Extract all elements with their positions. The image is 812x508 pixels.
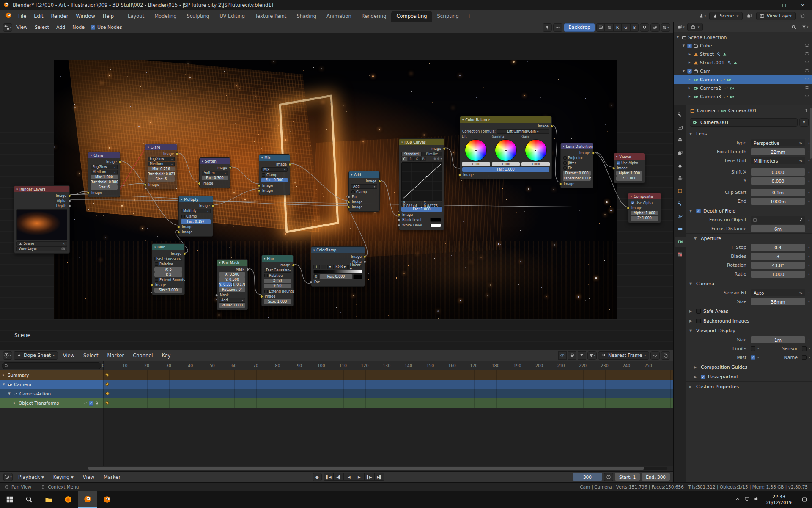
size-slider[interactable]: 1m: [751, 336, 805, 343]
node-header-viewer[interactable]: ▾Viewer: [614, 153, 645, 160]
ramp-color-mode[interactable]: RGB ▾: [333, 265, 347, 269]
collapse-icon[interactable]: ▾: [462, 118, 464, 121]
channel-include-checkbox[interactable]: ✓: [89, 401, 93, 406]
alpha-socket[interactable]: [68, 199, 71, 202]
expand-icon[interactable]: ▼: [681, 44, 686, 47]
stop-index-field[interactable]: 0: [313, 274, 319, 279]
panel-viewport-display[interactable]: ▼Viewport Display: [686, 326, 812, 335]
image-socket[interactable]: [258, 184, 261, 187]
copy-keyframes-button[interactable]: [661, 351, 670, 360]
node-slider[interactable]: Fac: 0.500: [261, 178, 288, 182]
expand-icon[interactable]: ▶: [2, 373, 6, 377]
backdrop-button[interactable]: Backdrop: [564, 23, 595, 32]
taskbar-file-explorer[interactable]: [39, 491, 58, 508]
node-slider[interactable]: Rotation: 0°: [219, 287, 245, 292]
dope-menu-view[interactable]: View: [59, 351, 78, 360]
collapse-icon[interactable]: ▾: [401, 141, 403, 144]
scene-picker[interactable]: Scene✕: [16, 241, 67, 246]
node-checkbox[interactable]: [181, 215, 185, 218]
panel-depth-of-field[interactable]: ▼✓Depth of Field: [686, 206, 812, 215]
ratio-slider[interactable]: 1.000: [751, 271, 805, 278]
collapse-icon[interactable]: ▾: [202, 160, 203, 163]
image-socket[interactable]: [612, 167, 615, 170]
image-socket[interactable]: [177, 231, 180, 234]
node-checkbox[interactable]: [563, 161, 567, 165]
color-wheel-gamma[interactable]: [495, 139, 517, 161]
use-preview-range-toggle[interactable]: [604, 473, 613, 481]
node-multiply[interactable]: ▾MultiplyImageMultiply▾ClampFac: 0.197Im…: [178, 196, 213, 237]
node-header-soften[interactable]: ▾Soften: [200, 158, 230, 164]
panel-aperture[interactable]: ▼Aperture: [686, 233, 812, 243]
editor-type-button[interactable]: ▾: [3, 23, 12, 32]
node-slider[interactable]: Fac: 0.300: [202, 176, 228, 180]
size-slider[interactable]: 36mm: [751, 298, 805, 305]
animate-dot-icon[interactable]: •: [806, 291, 812, 295]
node-header-glare-2[interactable]: ▾Glare: [145, 144, 177, 150]
taskbar-firefox[interactable]: [58, 491, 78, 508]
node-header-blur-2[interactable]: ▾Blur: [262, 255, 293, 262]
channel-r-button[interactable]: R: [408, 157, 414, 161]
node-slider[interactable]: H: 0.178: [233, 282, 245, 287]
node-color-ramp[interactable]: ▾ColorRampImageAlpha+−▾RGB ▾Linear ▾0Pos…: [311, 246, 365, 287]
dope-mode-selector[interactable]: Dope Sheet▾: [14, 351, 58, 360]
playbar-menu-view[interactable]: View: [79, 473, 98, 481]
node-dropdown[interactable]: Medium▾: [91, 170, 118, 174]
transport-play[interactable]: ▶: [354, 473, 364, 481]
node-slider[interactable]: Value: 1.000: [219, 303, 245, 308]
expand-icon[interactable]: ▼: [2, 383, 6, 386]
node-header-render-layers[interactable]: ▾Render Layers: [14, 186, 69, 192]
node-blur-2[interactable]: ▾BlurImageFast Gaussian▾RelativeX: 50Y: …: [261, 255, 294, 306]
node-header-mix[interactable]: ▾Mix: [259, 155, 290, 161]
use-nodes-toggle[interactable]: ✓Use Nodes: [91, 25, 122, 30]
properties-tab-modifiers[interactable]: [675, 199, 686, 209]
node-glare-1[interactable]: ▾GlareImageFogGlow▾Medium▾Mix: 1.000Thre…: [88, 152, 120, 197]
transport-next-keyframe[interactable]: ▌▶: [364, 473, 374, 481]
node-dropdown[interactable]: Fast Gaussian▾: [264, 268, 291, 273]
node-soften[interactable]: ▾SoftenImageSoften▾Fac: 0.300Image: [199, 157, 230, 188]
breadcrumb-data[interactable]: Camera.001: [728, 108, 757, 113]
node-slider[interactable]: Mix: 0.216: [148, 167, 175, 171]
transport-play-reverse[interactable]: ◀: [344, 473, 354, 481]
end-slider[interactable]: 1000m: [751, 198, 805, 205]
tray-network[interactable]: [744, 496, 750, 503]
taskbar-blender[interactable]: [78, 491, 97, 508]
timeline-editor-type-button[interactable]: ▾: [3, 473, 13, 481]
channel-b-button[interactable]: B: [420, 157, 426, 161]
remove-stop-button[interactable]: −: [321, 265, 327, 269]
node-checkbox[interactable]: [563, 166, 567, 170]
image-socket[interactable]: [118, 160, 121, 163]
browse-scene-button[interactable]: ▾: [698, 12, 707, 20]
image-socket[interactable]: [550, 125, 553, 128]
node-slider[interactable]: Size: 6: [91, 185, 118, 190]
image-socket[interactable]: [87, 191, 90, 194]
wheel-value-slider[interactable]: 1.000: [492, 162, 520, 166]
y-slider[interactable]: 0.000: [751, 177, 805, 185]
alpha-socket[interactable]: [363, 260, 366, 263]
image-socket[interactable]: [176, 152, 178, 155]
playbar-menu-keying[interactable]: Keying ▾: [49, 473, 77, 481]
rotation-slider[interactable]: 43.8°: [751, 262, 805, 269]
channel-search-input[interactable]: [2, 362, 102, 369]
tab-animation[interactable]: Animation: [321, 11, 357, 22]
sensor fit-dropdown[interactable]: Auto▾▴: [751, 289, 805, 296]
tab-rendering[interactable]: Rendering: [357, 11, 392, 22]
outliner-item-struct-001[interactable]: ▶Struct.001: [674, 58, 812, 67]
curve-x-field[interactable]: X: 0.84444: [401, 202, 421, 207]
tab-texture-paint[interactable]: Texture Paint: [250, 11, 291, 22]
animate-dot-icon[interactable]: •: [806, 263, 812, 268]
node-checkbox[interactable]: ✓: [631, 201, 634, 204]
node-header-composite[interactable]: ▾Composite: [628, 193, 661, 199]
taskbar-clock[interactable]: 22:4320/12/2019: [762, 494, 796, 505]
outliner-display-mode[interactable]: ▾: [687, 23, 703, 31]
node-slider[interactable]: Y: 5: [154, 272, 182, 277]
node-menu-view[interactable]: View: [14, 23, 30, 31]
channel-r-button[interactable]: R: [613, 23, 622, 32]
close-button[interactable]: ✕: [793, 0, 812, 10]
image-socket[interactable]: [627, 207, 630, 210]
animate-dot-icon[interactable]: •: [807, 356, 812, 360]
curve-editor[interactable]: [401, 162, 442, 201]
panel-camera[interactable]: ▼Camera: [686, 279, 812, 288]
node-dropdown[interactable]: Fast Gaussian▾: [154, 257, 182, 261]
node-blur-1[interactable]: ▾BlurImageFast Gaussian▾RelativeX: 5Y: 5…: [152, 243, 185, 295]
panel-passepartout[interactable]: ▶✓Passepartout: [686, 372, 812, 381]
